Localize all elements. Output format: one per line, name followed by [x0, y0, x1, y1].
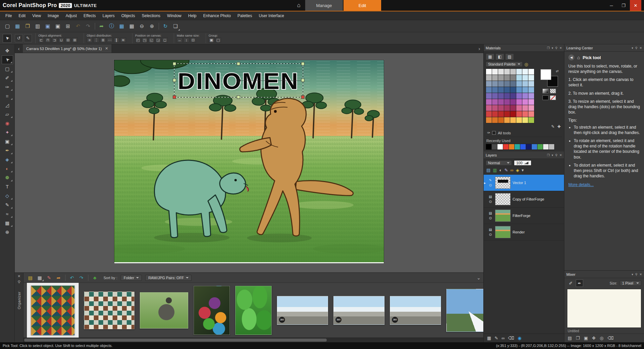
mixer-delete-icon[interactable]: ⌫ — [608, 336, 614, 341]
recent-color-swatch[interactable] — [486, 144, 491, 149]
photo-thumbnail-image[interactable]: 360 — [390, 296, 441, 325]
gradient-tab-icon[interactable]: ◧ — [495, 53, 504, 60]
home-icon[interactable]: ⌂ — [293, 0, 305, 11]
alignment-icon[interactable]: ⊓ — [45, 38, 51, 43]
mixer-pan-icon[interactable]: ✥ — [592, 336, 596, 341]
color-swatch[interactable] — [522, 69, 528, 75]
photo-thumbnail[interactable]: 360 — [390, 296, 441, 325]
color-swatch[interactable] — [528, 69, 534, 75]
color-swatch[interactable] — [510, 75, 516, 81]
photo-thumbnail[interactable] — [235, 286, 272, 335]
color-swatch[interactable] — [492, 87, 498, 93]
organizer-scrollbar[interactable] — [24, 338, 483, 342]
distribution-icon[interactable]: ≣ — [100, 38, 106, 43]
group-icon[interactable]: ▣ — [209, 38, 214, 43]
edit-photo-icon[interactable]: ✎ — [45, 274, 53, 282]
color-swatch[interactable] — [522, 93, 528, 99]
photo-thumbnail-image[interactable] — [446, 289, 483, 332]
recent-color-swatch[interactable] — [515, 144, 520, 149]
color-swatch[interactable] — [516, 81, 522, 87]
edit-mode-icon[interactable]: ✎ — [24, 34, 32, 42]
distribution-icon[interactable]: ⋮ — [93, 38, 99, 43]
crop-tool[interactable]: ⌗ — [2, 92, 13, 100]
group-icon[interactable]: ▢ — [215, 38, 221, 43]
preset-shape-tool[interactable]: ◇ — [2, 191, 13, 200]
print-icon[interactable]: ⊞ — [63, 21, 73, 31]
pick-tool[interactable]: ➤ — [2, 55, 13, 64]
color-swatch[interactable] — [498, 117, 504, 123]
color-swatch[interactable] — [492, 75, 498, 81]
fill-tool[interactable]: ◈ — [2, 155, 13, 164]
selection-tool[interactable]: ▢ — [2, 64, 13, 73]
clone-tool[interactable]: ▣ — [2, 137, 13, 146]
rollup-panel-icon[interactable]: ▾ — [552, 46, 553, 50]
alignment-icon[interactable]: ⊐ — [52, 38, 57, 43]
organizer-collapse-icon[interactable]: ⌄ — [477, 275, 481, 280]
rollup-panel-icon[interactable]: ▾ — [632, 273, 633, 276]
gradient-style-toggle[interactable] — [542, 89, 549, 93]
menu-item[interactable]: Objects — [118, 11, 138, 20]
menu-item[interactable]: Effects — [80, 11, 99, 20]
color-swatch[interactable] — [516, 93, 522, 99]
info-icon[interactable]: ⓘ — [107, 21, 116, 31]
new-file-icon[interactable]: ▢ — [3, 21, 12, 31]
color-swatch[interactable] — [498, 87, 504, 93]
color-swatch[interactable] — [522, 75, 528, 81]
color-swatch[interactable] — [504, 87, 510, 93]
same-size-icon[interactable]: ⊡ — [190, 38, 196, 43]
layers-delete-icon[interactable]: ⌫ — [508, 336, 514, 341]
alignment-icon[interactable]: ⊟ — [65, 38, 71, 43]
mixer-knife-icon[interactable]: ✐ — [567, 279, 574, 287]
color-swatch[interactable] — [522, 99, 528, 105]
distribution-icon[interactable]: ⋯ — [107, 38, 113, 43]
color-swatch[interactable] — [528, 81, 534, 87]
photo-thumbnail-image[interactable] — [140, 292, 188, 329]
send-icon[interactable]: ➦ — [97, 21, 106, 31]
zoom-in-icon[interactable]: ⊕ — [147, 21, 157, 31]
photo-thumbnail-image[interactable]: 360 — [333, 296, 385, 325]
organizer-palette-icon[interactable]: ▦ — [117, 21, 126, 31]
recent-color-swatch[interactable] — [509, 144, 514, 149]
warp-brush-tool[interactable]: ≈ — [2, 210, 13, 218]
new-adjustment-layer-icon[interactable]: ◐ — [499, 168, 502, 173]
color-swatch[interactable] — [522, 81, 528, 87]
recent-color-swatch[interactable] — [492, 144, 497, 149]
color-swatch[interactable] — [522, 117, 528, 123]
more-details-link[interactable]: More details... — [568, 182, 594, 187]
color-swatch[interactable] — [486, 81, 492, 87]
pin-panel-icon[interactable]: ⚲ — [555, 154, 558, 157]
mixer-navigate-icon[interactable]: ◎ — [600, 336, 603, 341]
color-swatch[interactable] — [522, 87, 528, 93]
close-panel-icon[interactable]: ✕ — [639, 46, 642, 50]
layers-view-icon[interactable]: ▦ — [487, 336, 491, 341]
foreground-color-swatch[interactable] — [540, 69, 551, 80]
zoom-out-icon[interactable]: ⊖ — [137, 21, 147, 31]
position-icon[interactable]: ◱ — [149, 38, 154, 43]
recent-color-swatch[interactable] — [503, 144, 509, 149]
swatches-tab-icon[interactable]: ▦ — [486, 53, 494, 60]
layer-visibility-icon[interactable]: ⊙ — [489, 216, 492, 220]
color-swatch[interactable] — [528, 111, 534, 117]
color-swatch[interactable] — [516, 99, 522, 105]
menu-item[interactable]: Image — [44, 11, 62, 20]
layers-link-icon[interactable]: ∞ — [501, 336, 505, 341]
transparent-toggle[interactable] — [550, 95, 556, 100]
color-swatch[interactable] — [486, 87, 492, 93]
menu-item[interactable]: User Interface — [255, 11, 287, 20]
close-panel-icon[interactable]: ✕ — [639, 273, 642, 276]
layer-visibility-icon[interactable]: ⊙ — [489, 232, 492, 237]
pin-panel-icon[interactable]: ⚲ — [555, 46, 558, 50]
layer-name[interactable]: Vector 1 — [513, 181, 526, 185]
menu-item[interactable]: File — [2, 11, 15, 20]
organizer-close-icon[interactable]: ✕ — [17, 274, 21, 278]
rotate-right-icon[interactable]: ↷ — [77, 274, 85, 282]
separator[interactable] — [157, 21, 160, 31]
undo-icon[interactable]: ↶ — [73, 21, 83, 31]
photo-thumbnail[interactable] — [84, 292, 134, 329]
mesh-warp-tool[interactable]: ▦ — [2, 219, 13, 227]
same-size-icon[interactable]: ↕ — [184, 38, 189, 43]
color-swatch[interactable] — [504, 75, 510, 81]
photo-thumbnail[interactable]: 360 — [333, 296, 385, 325]
restore-button[interactable]: ❐ — [618, 0, 629, 11]
mixer-new-page-icon[interactable]: ▤ — [568, 336, 572, 341]
